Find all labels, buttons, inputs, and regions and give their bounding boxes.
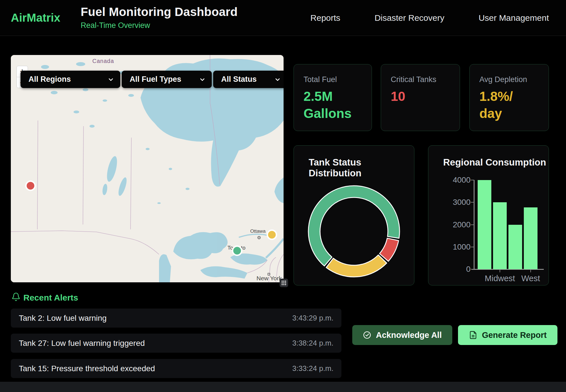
regional-consumption-panel: Regional Consumption 01000200030004000Mi… <box>428 145 549 285</box>
alert-timestamp: 3:38:24 p.m. <box>292 339 333 348</box>
app-logo: AirMatrix <box>11 0 60 36</box>
donut-segment-critical <box>380 238 399 261</box>
stat-card-avg-depletion: Avg Depletion 1.8%/day <box>469 64 549 131</box>
map-filters: All Regions All Fuel Types All Status <box>21 71 284 88</box>
ottawa-city-dot-center <box>259 237 260 238</box>
bar-2 <box>508 225 522 270</box>
page-subtitle: Real-Time Overview <box>81 21 238 30</box>
y-tick-label: 4000 <box>439 176 471 184</box>
stat-card-critical-tanks: Critical Tanks 10 <box>381 64 460 131</box>
chevron-down-icon <box>199 76 205 83</box>
region-filter-dropdown[interactable]: All Regions <box>21 71 120 88</box>
map-label-canada: Canada <box>92 58 114 64</box>
y-tick-mark <box>471 269 474 270</box>
page-title: Fuel Monitoring Dashboard <box>81 5 238 19</box>
fuel-type-filter-dropdown[interactable]: All Fuel Types <box>122 71 212 88</box>
tank-status-donut-chart <box>306 183 402 280</box>
y-tick-label: 3000 <box>439 198 471 206</box>
tank-status-title: Tank Status Distribution <box>309 157 414 179</box>
bar-0 <box>478 180 491 269</box>
title-block: Fuel Monitoring Dashboard Real-Time Over… <box>81 5 238 30</box>
alert-row-2[interactable]: Tank 27: Low fuel warning triggered 3:38… <box>11 334 341 353</box>
x-tick-label: West <box>508 274 553 283</box>
region-filter-label: All Regions <box>28 75 71 84</box>
normal-tank-marker[interactable] <box>233 246 242 255</box>
main-nav: Reports Disaster Recovery User Managemen… <box>310 0 549 36</box>
alert-timestamp: 3:33:24 p.m. <box>292 364 333 373</box>
nav-item-user-management[interactable]: User Management <box>479 13 549 23</box>
fuel-monitoring-dashboard: AirMatrix Fuel Monitoring Dashboard Real… <box>0 0 566 392</box>
alert-message: Tank 2: Low fuel warning <box>19 314 107 323</box>
nav-item-disaster-recovery[interactable]: Disaster Recovery <box>374 13 444 23</box>
alert-row-3[interactable]: Tank 15: Pressure threshold exceeded 3:3… <box>11 359 341 378</box>
y-tick-mark <box>471 224 474 225</box>
y-tick-mark <box>471 247 474 247</box>
stat-label: Total Fuel <box>304 75 362 84</box>
header: AirMatrix Fuel Monitoring Dashboard Real… <box>0 0 566 36</box>
x-tick-mark <box>530 270 531 272</box>
y-tick-label: 1000 <box>439 243 471 251</box>
stat-label: Critical Tanks <box>391 75 450 84</box>
nav-item-reports[interactable]: Reports <box>310 13 340 23</box>
bar-1 <box>493 202 507 269</box>
stat-label: Avg Depletion <box>479 75 539 84</box>
bell-icon <box>11 292 21 301</box>
generate-report-button[interactable]: Generate Report <box>458 325 557 345</box>
chevron-down-icon <box>108 76 114 83</box>
stat-value: 2.5MGallons <box>304 88 362 122</box>
stat-card-total-fuel: Total Fuel 2.5MGallons <box>294 64 372 131</box>
map-resize-handle[interactable] <box>280 279 288 287</box>
acknowledge-all-label: Acknowledge All <box>376 330 442 340</box>
map-panel: Canada Ottawa Toronto New York + − All R… <box>11 55 284 282</box>
y-tick-mark <box>471 180 474 180</box>
alert-row-1[interactable]: Tank 2: Low fuel warning 3:43:29 p.m. <box>11 309 341 328</box>
recent-alerts-title: Recent Alerts <box>23 293 78 303</box>
alert-message: Tank 27: Low fuel warning triggered <box>19 339 145 348</box>
chevron-down-icon <box>274 76 281 83</box>
y-tick-mark <box>471 202 474 203</box>
generate-report-label: Generate Report <box>482 330 547 340</box>
check-circle-icon <box>363 331 371 339</box>
tank-status-panel: Tank Status Distribution <box>294 145 414 285</box>
stat-value: 1.8%/day <box>479 88 539 122</box>
map-canvas[interactable]: Canada Ottawa Toronto New York <box>11 55 284 282</box>
y-tick-label: 0 <box>439 265 471 273</box>
file-text-icon <box>469 331 477 339</box>
status-filter-dropdown[interactable]: All Status <box>213 71 284 88</box>
donut-segment-warning <box>326 255 387 277</box>
critical-tank-marker[interactable] <box>26 181 35 190</box>
bar-3 <box>524 207 538 269</box>
status-filter-label: All Status <box>221 75 257 84</box>
warning-tank-marker[interactable] <box>267 230 276 239</box>
stat-value: 10 <box>391 88 450 105</box>
alert-timestamp: 3:43:29 p.m. <box>292 314 333 322</box>
y-tick-label: 2000 <box>439 221 471 229</box>
bottom-bar <box>0 382 566 392</box>
map-label-ottawa: Ottawa <box>250 228 266 234</box>
acknowledge-all-button[interactable]: Acknowledge All <box>352 325 452 345</box>
map-label-new-york: New York <box>256 275 282 281</box>
regional-consumption-bar-chart: 01000200030004000MidwestWest <box>428 146 549 285</box>
alert-message: Tank 15: Pressure threshold exceeded <box>19 364 155 373</box>
fuel-type-filter-label: All Fuel Types <box>130 75 181 84</box>
x-tick-mark <box>500 270 500 272</box>
